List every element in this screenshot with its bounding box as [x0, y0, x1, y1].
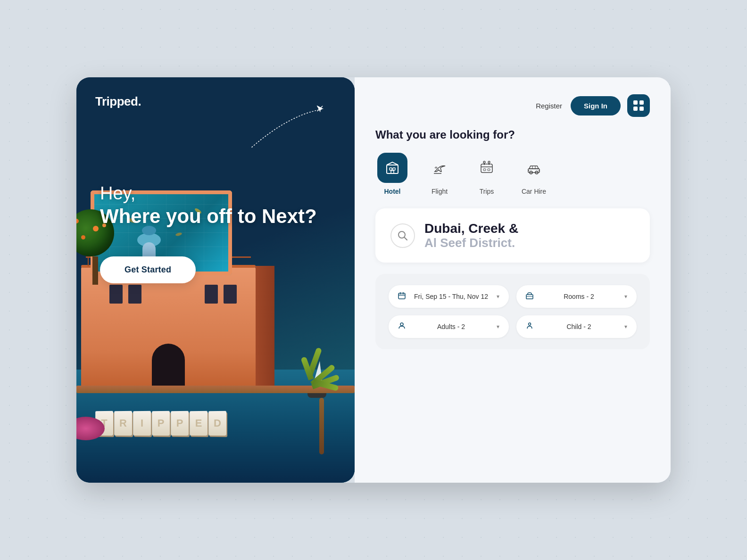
- header: Register Sign In: [375, 94, 650, 117]
- right-panel: Register Sign In What you are looking fo…: [355, 77, 671, 483]
- signin-button[interactable]: Sign In: [571, 96, 621, 115]
- rooms-dropdown[interactable]: Rooms - 2 ▾: [516, 285, 637, 308]
- child-icon: [526, 322, 533, 331]
- search-icon: [398, 231, 408, 241]
- tagline: Hey, Where you off to Next?: [100, 181, 317, 229]
- child-label: Child - 2: [538, 323, 620, 330]
- search-icon-circle: [390, 223, 415, 248]
- tagline-line1: Hey,: [100, 183, 135, 203]
- search-section: What you are looking for? Hotel: [375, 128, 650, 197]
- category-tabs: Hotel Flight: [375, 151, 650, 197]
- category-flight[interactable]: Flight: [423, 151, 456, 197]
- location-sub: Al Seef District.: [424, 236, 635, 250]
- dates-label: Fri, Sep 15 - Thu, Nov 12: [410, 293, 492, 300]
- trips-icon: [479, 160, 494, 175]
- svg-rect-2: [387, 165, 398, 173]
- svg-rect-13: [483, 169, 486, 171]
- category-hotel[interactable]: Hotel: [375, 151, 409, 197]
- svg-rect-3: [390, 168, 392, 170]
- svg-point-9: [483, 161, 485, 163]
- car-hire-icon-wrap: [519, 153, 549, 183]
- svg-line-23: [405, 237, 407, 240]
- adults-label: Adults - 2: [410, 323, 492, 330]
- apps-button[interactable]: [627, 94, 650, 117]
- car-hire-label: Car Hire: [522, 188, 546, 195]
- location-main: Dubai, Creek &: [424, 222, 635, 236]
- location-text: Dubai, Creek & Al Seef District.: [424, 222, 635, 249]
- hotel-label: Hotel: [384, 188, 401, 195]
- location-search[interactable]: Dubai, Creek & Al Seef District.: [375, 208, 650, 263]
- section-heading: What you are looking for?: [375, 128, 650, 141]
- svg-rect-14: [488, 169, 490, 171]
- child-dropdown[interactable]: Child - 2 ▾: [516, 315, 637, 338]
- svg-rect-7: [481, 164, 492, 173]
- flowers: [76, 417, 105, 445]
- dates-dropdown[interactable]: Fri, Sep 15 - Thu, Nov 12 ▾: [389, 285, 509, 308]
- adults-dropdown[interactable]: Adults - 2 ▾: [389, 315, 509, 338]
- hotel-icon-wrap: [377, 153, 407, 183]
- tagline-line2: Where you off to Next?: [100, 205, 317, 227]
- trips-icon-wrap: [472, 153, 502, 183]
- dates-arrow-icon: ▾: [497, 293, 499, 300]
- svg-point-31: [529, 323, 531, 325]
- rooms-label: Rooms - 2: [538, 293, 620, 300]
- svg-point-30: [400, 323, 403, 326]
- svg-rect-4: [393, 168, 395, 170]
- car-hire-icon: [526, 160, 541, 175]
- hotel-icon: [385, 160, 400, 175]
- airplane-trail: [241, 106, 326, 155]
- svg-point-10: [488, 161, 490, 163]
- svg-rect-24: [398, 293, 405, 299]
- category-trips[interactable]: Trips: [470, 151, 504, 197]
- calendar-icon: [398, 292, 406, 301]
- main-card: Tripped. Hey, Where you off to Next? Get…: [76, 77, 671, 483]
- adults-icon: [398, 322, 406, 331]
- flight-icon-wrap: [424, 153, 455, 183]
- flight-icon: [432, 160, 447, 175]
- rooms-icon: [526, 292, 533, 301]
- left-panel: Tripped. Hey, Where you off to Next? Get…: [76, 77, 355, 483]
- category-car-hire[interactable]: Car Hire: [517, 151, 551, 197]
- tripped-sign: T R I P P E D: [95, 411, 226, 436]
- apps-grid-icon: [633, 100, 644, 111]
- trips-label: Trips: [480, 188, 494, 195]
- register-button[interactable]: Register: [534, 98, 564, 114]
- scene: T R I P P E D: [76, 190, 355, 483]
- get-started-button[interactable]: Get Started: [100, 256, 196, 283]
- booking-controls: Fri, Sep 15 - Thu, Nov 12 ▾ Rooms - 2 ▾: [375, 274, 650, 349]
- adults-arrow-icon: ▾: [497, 323, 499, 330]
- child-arrow-icon: ▾: [624, 323, 627, 330]
- logo: Tripped.: [95, 94, 141, 109]
- flight-label: Flight: [432, 188, 448, 195]
- rooms-arrow-icon: ▾: [624, 293, 627, 300]
- palm-tree: [298, 367, 345, 454]
